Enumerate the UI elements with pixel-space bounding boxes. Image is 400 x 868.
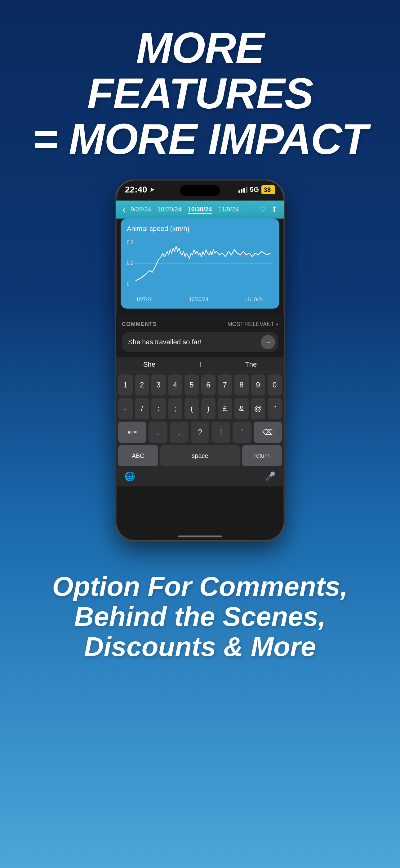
key-6[interactable]: 6 <box>201 374 216 396</box>
svg-text:0.1: 0.1 <box>127 260 133 266</box>
status-time: 22:40 ➤ <box>125 185 155 195</box>
key-exclaim[interactable]: ! <box>211 422 230 443</box>
key-8[interactable]: 8 <box>234 374 249 396</box>
key-hashplus[interactable]: #+= <box>118 422 146 443</box>
key-at[interactable]: @ <box>251 398 265 419</box>
send-button[interactable]: → <box>261 335 275 349</box>
home-indicator <box>178 535 222 537</box>
keyboard-predictive: She I The <box>118 361 282 372</box>
bottom-line2: Behind the Scenes, <box>74 601 326 632</box>
keyboard-number-row: 1 2 3 4 5 6 7 8 9 0 <box>118 374 282 396</box>
chart-svg: 0.2 0.1 0 <box>127 236 273 298</box>
microphone-icon[interactable]: 🎤 <box>265 471 276 482</box>
key-dash[interactable]: - <box>118 398 133 419</box>
key-comma[interactable]: , <box>170 422 189 443</box>
predict-2[interactable]: I <box>199 361 201 369</box>
network-badge: 5G <box>250 186 259 194</box>
time-display: 22:40 <box>125 185 147 195</box>
key-0[interactable]: 0 <box>268 374 282 396</box>
battery-indicator: 38 <box>261 185 275 194</box>
phone-wrapper: 22:40 ➤ 5G 38 ‹ 9/28/24 10/20/24 <box>0 174 400 553</box>
key-slash[interactable]: / <box>135 398 149 419</box>
key-colon[interactable]: : <box>151 398 166 419</box>
bottom-line1: Option For Comments, <box>52 571 347 602</box>
key-space[interactable]: space <box>160 445 240 466</box>
nav-date-1[interactable]: 9/28/24 <box>131 206 151 214</box>
chart-title: Animal speed (km/h) <box>127 225 273 233</box>
nav-date-4[interactable]: 11/9/24 <box>218 206 239 214</box>
chevron-down-icon: ▾ <box>276 322 278 327</box>
status-right: 5G 38 <box>238 185 275 194</box>
bottom-section: Option For Comments, Behind the Scenes, … <box>0 553 400 686</box>
x-label-1: 10/7/24 <box>136 297 153 302</box>
comments-header: COMMENTS MOST RELEVANT ▾ <box>122 321 278 328</box>
key-pound[interactable]: £ <box>218 398 232 419</box>
key-quote[interactable]: " <box>268 398 282 419</box>
predict-1[interactable]: She <box>143 361 155 369</box>
nav-actions: ♡ ⬆ <box>259 205 277 214</box>
comment-input-row: She has travelled so far! → <box>122 332 278 352</box>
comments-label: COMMENTS <box>122 321 157 328</box>
key-abc[interactable]: ABC <box>118 445 158 466</box>
bottom-text: Option For Comments, Behind the Scenes, … <box>25 571 375 661</box>
key-3[interactable]: 3 <box>151 374 166 396</box>
nav-date-2[interactable]: 10/20/24 <box>158 206 182 214</box>
phone-mockup: 22:40 ➤ 5G 38 ‹ 9/28/24 10/20/24 <box>116 180 284 540</box>
nav-dates: 9/28/24 10/20/24 10/30/24 11/9/24 <box>131 206 259 214</box>
key-9[interactable]: 9 <box>251 374 265 396</box>
comments-section: COMMENTS MOST RELEVANT ▾ She has travell… <box>116 315 284 355</box>
key-rparen[interactable]: ) <box>201 398 216 419</box>
x-label-3: 11/10/24 <box>245 297 264 302</box>
sort-label: MOST RELEVANT <box>228 321 274 328</box>
comments-sort[interactable]: MOST RELEVANT ▾ <box>228 321 278 328</box>
backspace-key[interactable]: ⌫ <box>254 422 282 443</box>
keyboard-bottom-row: ABC space return <box>118 445 282 466</box>
key-question[interactable]: ? <box>191 422 210 443</box>
dynamic-island <box>180 185 220 196</box>
comment-input[interactable]: She has travelled so far! <box>128 338 257 346</box>
headline: MORE FEATURES = MORE IMPACT <box>19 25 381 162</box>
globe-icon[interactable]: 🌐 <box>124 471 135 482</box>
x-label-2: 10/26/24 <box>189 297 208 302</box>
key-semicolon[interactable]: ; <box>168 398 182 419</box>
key-4[interactable]: 4 <box>168 374 182 396</box>
headline-line1: MORE FEATURES <box>87 23 313 118</box>
top-section: MORE FEATURES = MORE IMPACT <box>0 0 400 174</box>
phone-screen: 22:40 ➤ 5G 38 ‹ 9/28/24 10/20/24 <box>116 180 284 540</box>
chart-area: Animal speed (km/h) 0.2 0.1 0 <box>121 219 279 309</box>
key-period[interactable]: . <box>148 422 167 443</box>
keyboard-extra: 🌐 🎤 <box>118 469 282 485</box>
svg-text:0.2: 0.2 <box>127 239 133 246</box>
key-2[interactable]: 2 <box>135 374 149 396</box>
heart-icon[interactable]: ♡ <box>259 205 266 214</box>
back-button[interactable]: ‹ <box>123 204 126 215</box>
key-1[interactable]: 1 <box>118 374 133 396</box>
keyboard-symbols-row: - / : ; ( ) £ & @ " <box>118 398 282 419</box>
bottom-line3: Discounts & More <box>84 631 316 662</box>
key-return[interactable]: return <box>242 445 282 466</box>
nav-date-3[interactable]: 10/30/24 <box>188 206 212 214</box>
location-icon: ➤ <box>150 186 155 193</box>
key-5[interactable]: 5 <box>185 374 199 396</box>
svg-text:0: 0 <box>127 281 130 287</box>
headline-line2: = MORE IMPACT <box>33 115 367 163</box>
keyboard-special-row: #+= . , ? ! ' ⌫ <box>118 422 282 443</box>
share-icon[interactable]: ⬆ <box>271 205 277 214</box>
key-lparen[interactable]: ( <box>185 398 199 419</box>
key-amp[interactable]: & <box>234 398 249 419</box>
keyboard: She I The 1 2 3 4 5 6 7 8 9 0 <box>116 357 284 487</box>
key-apostrophe[interactable]: ' <box>233 422 252 443</box>
signal-bars <box>238 187 247 193</box>
predict-3[interactable]: The <box>245 361 257 369</box>
nav-tabs: ‹ 9/28/24 10/20/24 10/30/24 11/9/24 ♡ ⬆ <box>116 200 284 219</box>
key-7[interactable]: 7 <box>218 374 232 396</box>
